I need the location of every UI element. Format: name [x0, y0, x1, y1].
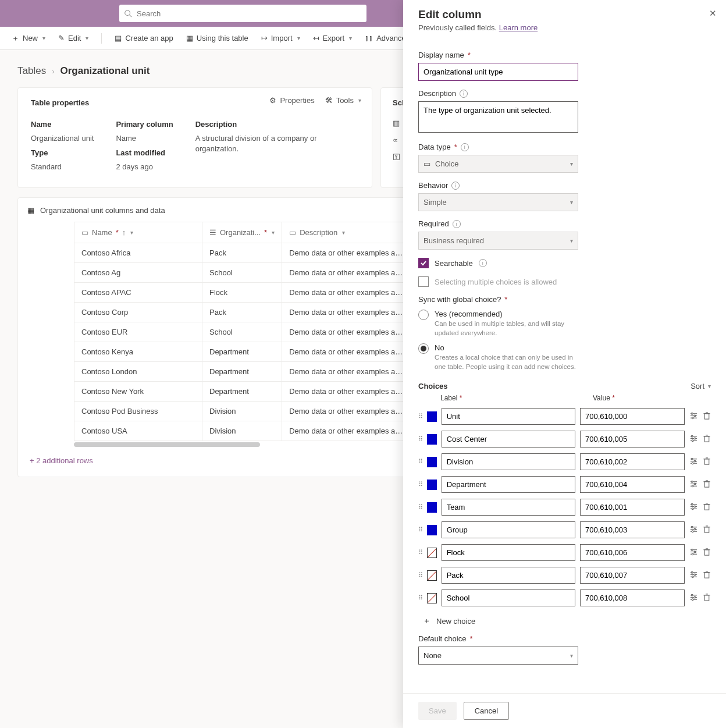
color-swatch[interactable]: [427, 457, 437, 467]
settings-icon[interactable]: [689, 411, 698, 422]
drag-handle-icon[interactable]: ⠿: [418, 458, 422, 466]
drag-handle-icon[interactable]: ⠿: [418, 413, 422, 420]
cell-org[interactable]: Pack: [202, 303, 282, 322]
color-swatch[interactable]: [427, 570, 437, 581]
create-app-button[interactable]: ▤Create an app: [115, 34, 173, 42]
sync-no-radio[interactable]: NoCreates a local choice that can only b…: [418, 343, 711, 371]
choice-value-input[interactable]: [580, 521, 685, 538]
settings-icon[interactable]: [689, 457, 698, 467]
cell-desc[interactable]: Demo data or other examples are...: [282, 382, 411, 402]
cell-name[interactable]: Contoso EUR: [74, 322, 202, 342]
cell-desc[interactable]: Demo data or other examples are...: [282, 263, 411, 283]
searchable-checkbox[interactable]: Searchablei: [418, 258, 711, 268]
close-icon[interactable]: ✕: [709, 8, 717, 19]
global-search[interactable]: [119, 5, 366, 22]
learn-more-link[interactable]: Learn more: [499, 23, 538, 32]
color-swatch[interactable]: [427, 411, 437, 422]
choice-value-input[interactable]: [580, 589, 685, 606]
cell-name[interactable]: Contoso London: [74, 362, 202, 382]
info-icon[interactable]: i: [461, 143, 469, 151]
delete-icon[interactable]: [703, 480, 711, 490]
cell-desc[interactable]: Demo data or other examples are...: [282, 303, 411, 322]
choice-value-input[interactable]: [580, 544, 685, 561]
horizontal-scrollbar[interactable]: [74, 442, 260, 447]
cell-org[interactable]: School: [202, 322, 282, 342]
settings-icon[interactable]: [689, 502, 698, 513]
drag-handle-icon[interactable]: ⠿: [418, 526, 422, 534]
breadcrumb-root[interactable]: Tables: [17, 65, 46, 77]
choice-label-input[interactable]: [442, 476, 575, 493]
choice-value-input[interactable]: [580, 499, 685, 516]
table-row[interactable]: Contoso CorpPackDemo data or other examp…: [74, 303, 411, 322]
choice-value-input[interactable]: [580, 408, 685, 425]
col-name-header[interactable]: ▭Name*↑▾: [74, 222, 202, 243]
delete-icon[interactable]: [703, 548, 711, 558]
choice-value-input[interactable]: [580, 476, 685, 493]
sync-yes-radio[interactable]: Yes (recommended)Can be used in multiple…: [418, 310, 711, 338]
cancel-button[interactable]: Cancel: [464, 702, 509, 720]
cell-name[interactable]: Contoso Corp: [74, 303, 202, 322]
default-choice-select[interactable]: None▾: [418, 647, 578, 665]
delete-icon[interactable]: [703, 525, 711, 535]
cell-name[interactable]: Contoso New York: [74, 382, 202, 402]
import-button[interactable]: ↦Import▾: [261, 34, 300, 42]
table-row[interactable]: Contoso USADivisionDemo data or other ex…: [74, 421, 411, 441]
delete-icon[interactable]: [703, 570, 711, 581]
col-desc-header[interactable]: ▭Description▾: [282, 222, 411, 243]
cell-name[interactable]: Contoso Pod Business: [74, 402, 202, 421]
properties-button[interactable]: ⚙Properties: [269, 96, 314, 105]
info-icon[interactable]: i: [453, 220, 461, 228]
cell-org[interactable]: Pack: [202, 243, 282, 263]
drag-handle-icon[interactable]: ⠿: [418, 435, 422, 443]
cell-desc[interactable]: Demo data or other examples are...: [282, 342, 411, 362]
choice-label-input[interactable]: [442, 431, 575, 448]
delete-icon[interactable]: [703, 457, 711, 467]
delete-icon[interactable]: [703, 593, 711, 603]
col-org-header[interactable]: ☰Organizati...*▾: [202, 222, 282, 243]
color-swatch[interactable]: [427, 525, 437, 535]
cell-name[interactable]: Contoso APAC: [74, 283, 202, 303]
cell-name[interactable]: Contoso Ag: [74, 263, 202, 283]
info-icon[interactable]: i: [479, 259, 487, 267]
table-row[interactable]: Contoso New YorkDepartmentDemo data or o…: [74, 382, 411, 402]
display-name-input[interactable]: [418, 63, 578, 81]
choice-label-input[interactable]: [442, 499, 575, 516]
table-row[interactable]: Contoso Pod BusinessDivisionDemo data or…: [74, 402, 411, 421]
color-swatch[interactable]: [427, 548, 437, 558]
choice-label-input[interactable]: [442, 589, 575, 606]
settings-icon[interactable]: [689, 593, 698, 603]
table-row[interactable]: Contoso APACFlockDemo data or other exam…: [74, 283, 411, 303]
choice-label-input[interactable]: [442, 408, 575, 425]
cell-desc[interactable]: Demo data or other examples are...: [282, 243, 411, 263]
choice-value-input[interactable]: [580, 431, 685, 448]
choice-value-input[interactable]: [580, 567, 685, 584]
cell-name[interactable]: Contoso Africa: [74, 243, 202, 263]
choice-label-input[interactable]: [442, 453, 575, 470]
table-row[interactable]: Contoso KenyaDepartmentDemo data or othe…: [74, 342, 411, 362]
cell-desc[interactable]: Demo data or other examples are...: [282, 283, 411, 303]
settings-icon[interactable]: [689, 480, 698, 490]
color-swatch[interactable]: [427, 593, 437, 603]
table-row[interactable]: Contoso AgSchoolDemo data or other examp…: [74, 263, 411, 283]
cell-desc[interactable]: Demo data or other examples are...: [282, 322, 411, 342]
delete-icon[interactable]: [703, 502, 711, 513]
cell-desc[interactable]: Demo data or other examples are...: [282, 421, 411, 441]
new-button[interactable]: ＋New▾: [12, 33, 45, 44]
choice-label-input[interactable]: [442, 567, 575, 584]
cell-org[interactable]: Department: [202, 362, 282, 382]
cell-desc[interactable]: Demo data or other examples are...: [282, 402, 411, 421]
drag-handle-icon[interactable]: ⠿: [418, 594, 422, 602]
description-input[interactable]: [418, 101, 578, 133]
cell-name[interactable]: Contoso Kenya: [74, 342, 202, 362]
settings-icon[interactable]: [689, 434, 698, 445]
choice-value-input[interactable]: [580, 453, 685, 470]
export-button[interactable]: ↤Export▾: [313, 34, 353, 42]
cell-org[interactable]: Division: [202, 421, 282, 441]
cell-org[interactable]: Department: [202, 382, 282, 402]
delete-icon[interactable]: [703, 411, 711, 422]
drag-handle-icon[interactable]: ⠿: [418, 549, 422, 556]
color-swatch[interactable]: [427, 480, 437, 490]
settings-icon[interactable]: [689, 570, 698, 581]
table-row[interactable]: Contoso AfricaPackDemo data or other exa…: [74, 243, 411, 263]
table-row[interactable]: Contoso LondonDepartmentDemo data or oth…: [74, 362, 411, 382]
